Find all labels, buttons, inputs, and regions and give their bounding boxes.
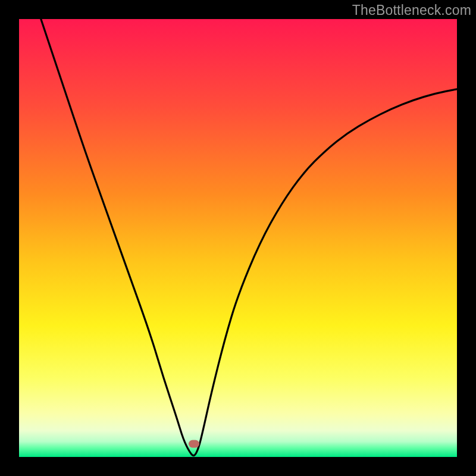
bottleneck-curve: [19, 19, 457, 457]
min-marker: [189, 440, 199, 447]
watermark-text: TheBottleneck.com: [352, 2, 471, 18]
plot-area: [19, 19, 457, 457]
chart-frame: TheBottleneck.com: [0, 0, 476, 476]
